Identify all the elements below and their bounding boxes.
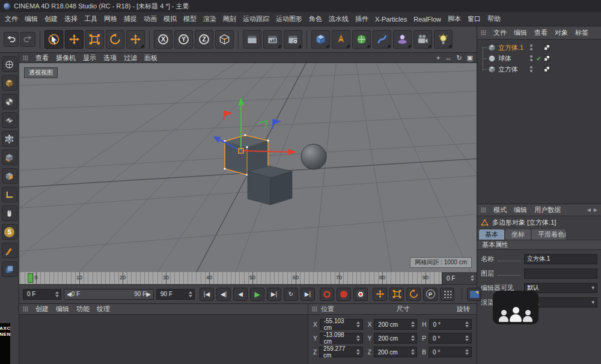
om-menu-file[interactable]: 文件: [493, 28, 507, 37]
menu-mesh[interactable]: 网格: [104, 14, 117, 23]
mat-menu-function[interactable]: 功能: [76, 305, 90, 314]
range-end-field[interactable]: 90 F: [156, 289, 195, 300]
object-list[interactable]: 立方体.1 球体 ✓: [477, 40, 601, 204]
prev-key-button[interactable]: ◀|: [216, 288, 231, 301]
menu-pipeline[interactable]: 流水线: [329, 14, 349, 23]
menu-script[interactable]: 脚本: [448, 14, 461, 23]
attr-forward-icon[interactable]: ▶: [594, 207, 597, 213]
frame-stepper[interactable]: [469, 275, 475, 281]
menu-mograph[interactable]: 运动图形: [276, 14, 302, 23]
record-parameter-toggle[interactable]: [440, 288, 454, 301]
menu-render[interactable]: 渲染: [203, 14, 216, 23]
add-spline-button[interactable]: [332, 30, 350, 49]
menu-character[interactable]: 角色: [309, 14, 322, 23]
stepper[interactable]: [356, 321, 361, 327]
add-deformer-button[interactable]: [373, 30, 391, 49]
menu-window[interactable]: 窗口: [468, 14, 481, 23]
rotate-view-icon[interactable]: ↻: [456, 54, 462, 62]
polygons-mode-button[interactable]: [2, 168, 17, 184]
menu-snap[interactable]: 捕捉: [124, 14, 137, 23]
stepper[interactable]: [465, 349, 470, 355]
lock-x-button[interactable]: X: [154, 30, 172, 49]
pos-x-field[interactable]: -55.103 cm: [320, 319, 363, 330]
stepper[interactable]: [410, 349, 415, 355]
object-row-cube1[interactable]: 立方体.1: [477, 42, 601, 53]
attr-menu-userdata[interactable]: 用户数据: [534, 205, 561, 214]
panel-grip-icon[interactable]: [23, 55, 28, 61]
scale-tool-button[interactable]: [85, 30, 104, 49]
autokey-button[interactable]: [337, 288, 351, 301]
rot-p-field[interactable]: 0 °: [429, 333, 472, 344]
pos-z-field[interactable]: 259.277 cm: [319, 347, 363, 357]
vp-menu-view[interactable]: 查看: [35, 53, 49, 62]
vp-menu-camera[interactable]: 摄像机: [56, 53, 76, 62]
menu-help[interactable]: 帮助: [487, 14, 501, 23]
workplane-mode-button[interactable]: [2, 112, 17, 128]
keyframe-selection-button[interactable]: [353, 288, 368, 301]
rot-b-field[interactable]: 0 °: [429, 347, 472, 357]
vp-menu-display[interactable]: 显示: [83, 53, 96, 62]
menu-xparticles[interactable]: X-Particles: [375, 16, 407, 23]
visibility-dots[interactable]: [528, 44, 535, 50]
mat-menu-texture[interactable]: 纹理: [97, 305, 110, 314]
panel-grip-icon[interactable]: [312, 306, 317, 312]
pan-view-icon[interactable]: +: [436, 54, 440, 62]
record-position-toggle[interactable]: [373, 288, 387, 301]
texture-tag[interactable]: [544, 66, 550, 72]
om-menu-view[interactable]: 查看: [534, 28, 548, 37]
range-start-stepper[interactable]: [54, 291, 59, 297]
range-left-arrow-icon[interactable]: ◀: [67, 291, 72, 297]
stepper[interactable]: [410, 335, 415, 341]
menu-model[interactable]: 模型: [183, 14, 197, 23]
playhead[interactable]: [28, 273, 33, 283]
menu-plugins[interactable]: 插件: [355, 14, 368, 23]
vp-menu-panel[interactable]: 面板: [144, 53, 157, 62]
add-primitive-button[interactable]: [311, 30, 330, 49]
visibility-dots[interactable]: [528, 66, 535, 72]
cube-object[interactable]: [248, 166, 292, 205]
stepper[interactable]: [465, 335, 470, 341]
size-x-field[interactable]: 200 cm: [374, 319, 417, 330]
size-z-field[interactable]: 200 cm: [374, 347, 418, 357]
tab-phong[interactable]: 平滑着色(Phong): [532, 229, 566, 240]
coordinate-system-button[interactable]: [215, 30, 234, 49]
object-row-sphere[interactable]: 球体 ✓: [477, 53, 601, 64]
visibility-dots[interactable]: [528, 55, 535, 61]
object-row-cube[interactable]: 立方体: [477, 64, 601, 74]
goto-end-button[interactable]: ▶|: [300, 288, 315, 301]
menu-animate[interactable]: 动画: [144, 14, 157, 23]
rot-h-field[interactable]: 0 °: [429, 319, 472, 330]
add-light-button[interactable]: [434, 30, 453, 49]
range-end-stepper[interactable]: [188, 291, 193, 297]
om-menu-object[interactable]: 对象: [555, 28, 568, 37]
stepper[interactable]: [410, 321, 415, 327]
menu-realflow[interactable]: RealFlow: [413, 16, 441, 23]
menu-sculpt[interactable]: 雕刻: [223, 14, 236, 23]
live-selection-button[interactable]: [44, 30, 63, 49]
enable-axis-button[interactable]: [2, 187, 17, 202]
attr-menu-mode[interactable]: 模式: [493, 205, 507, 214]
redo-button[interactable]: [20, 32, 35, 47]
lock-y-button[interactable]: Y: [174, 30, 193, 49]
tab-basic[interactable]: 基本: [479, 229, 504, 240]
loop-button[interactable]: ↻: [284, 288, 298, 301]
next-frame-button[interactable]: ▶|: [267, 288, 281, 301]
size-y-field[interactable]: 200 cm: [374, 333, 417, 344]
attr-menu-edit[interactable]: 编辑: [514, 205, 527, 214]
om-menu-edit[interactable]: 编辑: [514, 28, 527, 37]
basic-properties-section[interactable]: 基本属性: [477, 240, 601, 250]
pla-toggle[interactable]: P: [423, 288, 438, 301]
stepper[interactable]: [465, 321, 470, 327]
menu-motion-tracker[interactable]: 运动跟踪: [243, 14, 269, 23]
panel-grip-icon[interactable]: [481, 207, 486, 213]
menu-simulate[interactable]: 模拟: [163, 14, 177, 23]
stepper[interactable]: [356, 335, 361, 341]
phong-tag[interactable]: ✓: [536, 55, 541, 62]
make-editable-button[interactable]: [2, 56, 17, 72]
record-keyframe-button[interactable]: [320, 288, 334, 301]
add-camera-button[interactable]: [413, 30, 432, 49]
mat-menu-create[interactable]: 创建: [35, 305, 49, 314]
points-mode-button[interactable]: [2, 131, 17, 147]
record-rotation-toggle[interactable]: [406, 288, 421, 301]
zoom-view-icon[interactable]: ↔: [445, 54, 451, 62]
